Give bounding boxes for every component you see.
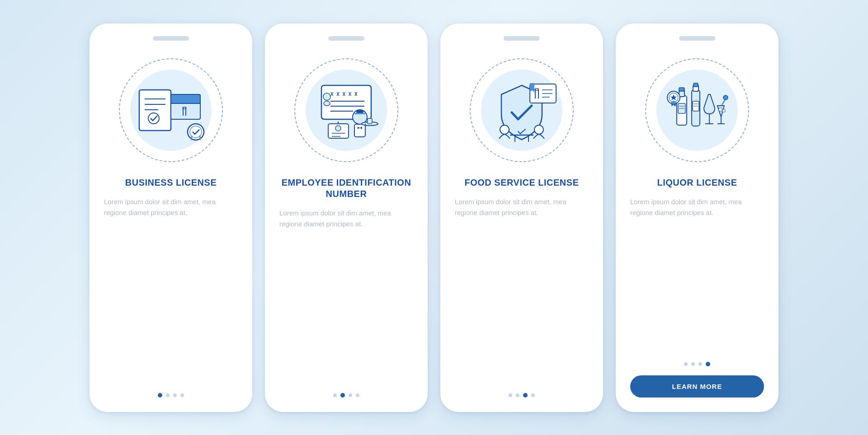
dot-1[interactable]: [333, 393, 337, 397]
illustration-employee-id: X X X X X: [288, 51, 405, 169]
dot-4[interactable]: [531, 393, 535, 397]
dot-3[interactable]: [349, 393, 352, 397]
employee-id-icon: X X X X X: [301, 65, 392, 155]
svg-point-32: [335, 126, 341, 131]
card-body: Lorem ipsum dolor sit dim amet, mea regi…: [104, 196, 238, 218]
card-employee-id: X X X X X: [265, 23, 428, 412]
card-body: Lorem ipsum dolor sit dim amet, mea regi…: [455, 196, 589, 218]
svg-rect-69: [722, 109, 725, 112]
svg-rect-58: [693, 83, 698, 87]
card-business-license: BUSINESS LICENSE Lorem ipsum dolor sit d…: [90, 23, 252, 412]
dot-1[interactable]: [509, 393, 512, 397]
dot-2[interactable]: [166, 393, 170, 397]
food-service-icon: [476, 65, 567, 155]
illustration-food-service: [463, 51, 580, 169]
dot-1[interactable]: [158, 393, 162, 398]
svg-rect-52: [679, 88, 684, 91]
svg-rect-30: [368, 118, 372, 124]
svg-rect-23: [356, 110, 363, 113]
learn-more-button[interactable]: LEARN MORE: [630, 375, 764, 398]
svg-rect-7: [171, 94, 200, 103]
illustration-business-license: [112, 51, 230, 169]
dot-2[interactable]: [516, 393, 519, 397]
dot-1[interactable]: [684, 362, 688, 366]
svg-point-45: [500, 125, 509, 134]
card-body: Lorem ipsum dolor sit dim amet, mea regi…: [630, 196, 764, 218]
card-title: BUSINESS LICENSE: [125, 177, 217, 188]
svg-rect-25: [354, 124, 365, 137]
card-body: Lorem ipsum dolor sit dim amet, mea regi…: [279, 208, 413, 229]
dot-3[interactable]: [173, 393, 177, 397]
svg-point-49: [534, 125, 543, 134]
dot-4[interactable]: [180, 393, 184, 397]
pagination-dots: [158, 393, 184, 398]
pagination-dots: [333, 393, 359, 398]
phone-notch: [504, 36, 540, 41]
dot-4[interactable]: [706, 362, 710, 366]
dot-4[interactable]: [356, 393, 359, 397]
card-title: EMPLOYEE IDENTIFICATION NUMBER: [279, 177, 413, 200]
dot-2[interactable]: [691, 362, 695, 366]
card-title: LIQUOR LICENSE: [657, 177, 737, 188]
liquor-license-icon: [652, 65, 742, 155]
phone-notch: [328, 36, 364, 41]
card-liquor-license: LIQUOR LICENSE Lorem ipsum dolor sit dim…: [616, 23, 778, 412]
cards-container: BUSINESS LICENSE Lorem ipsum dolor sit d…: [90, 23, 778, 412]
dot-2[interactable]: [340, 393, 345, 398]
dot-3[interactable]: [698, 362, 702, 366]
business-license-icon: [126, 65, 216, 155]
svg-point-21: [324, 101, 330, 106]
svg-point-20: [323, 93, 330, 100]
svg-rect-68: [719, 108, 722, 111]
svg-point-67: [723, 95, 728, 100]
phone-notch: [153, 36, 189, 41]
illustration-liquor-license: [638, 51, 756, 169]
card-title: FOOD SERVICE LICENSE: [464, 177, 579, 188]
card-food-service: FOOD SERVICE LICENSE Lorem ipsum dolor s…: [440, 23, 603, 412]
dot-3[interactable]: [523, 393, 528, 398]
svg-text:X X X X X: X X X X X: [330, 91, 358, 97]
pagination-dots: [509, 393, 535, 398]
phone-notch: [679, 36, 715, 41]
pagination-dots: [684, 362, 710, 366]
svg-rect-24: [354, 113, 365, 114]
